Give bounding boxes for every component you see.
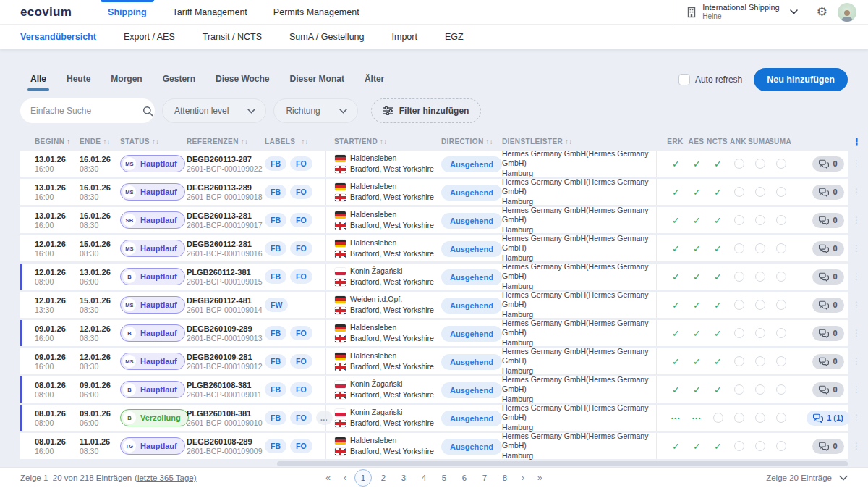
sub-nav-item-suma-gestellung[interactable]: SumA / Gestellung xyxy=(278,32,376,42)
column-header-aes[interactable]: AES xyxy=(686,138,707,146)
gear-icon[interactable]: ⚙ xyxy=(808,4,836,20)
pagination-page-3[interactable]: 3 xyxy=(395,469,412,487)
filter-tab-heute[interactable]: Heute xyxy=(56,70,101,91)
search-input[interactable] xyxy=(30,106,142,116)
column-header-direction[interactable]: DIRECTION↑↓ xyxy=(441,138,502,146)
table-row[interactable]: 09.01.2616:0012.01.2608:30MSHauptlaufDEG… xyxy=(20,348,848,374)
chat-button[interactable]: 0 xyxy=(812,185,843,200)
chat-button[interactable]: 0 xyxy=(812,354,843,369)
account-switcher[interactable]: International Shipping Heine xyxy=(676,0,807,24)
table-row[interactable]: 12.01.2608:0013.01.2606:00BHauptlaufPLGB… xyxy=(20,264,848,290)
chat-button[interactable]: 0 xyxy=(812,241,843,256)
filter-tab-dieser-monat[interactable]: Dieser Monat xyxy=(280,70,354,91)
pagination-page-7[interactable]: 7 xyxy=(476,469,493,487)
label-pill[interactable]: FB xyxy=(265,439,286,453)
page-size-select[interactable]: Zeige 20 Einträge xyxy=(766,474,848,482)
pagination-page-1[interactable]: 1 xyxy=(354,469,372,487)
label-pill[interactable]: FB xyxy=(265,354,286,369)
label-pill[interactable]: FO xyxy=(290,411,312,425)
status-badge[interactable]: BHauptlauf xyxy=(120,268,185,285)
pagination-page-5[interactable]: 5 xyxy=(435,469,453,487)
pagination-prev-button[interactable]: ‹ xyxy=(339,471,352,484)
column-header-ncts[interactable]: NCTS xyxy=(707,138,728,146)
column-header-erk[interactable]: ERK xyxy=(665,138,686,146)
filter-tab-gestern[interactable]: Gestern xyxy=(153,70,205,91)
status-badge[interactable]: MSHauptlauf xyxy=(120,155,185,172)
pagination-first-button[interactable]: « xyxy=(320,471,336,484)
chat-button[interactable]: 0 xyxy=(812,298,843,313)
column-header-status[interactable]: STATUS↑↓ xyxy=(120,138,187,146)
richtung-dropdown[interactable]: Richtung xyxy=(273,98,357,123)
pagination-page-2[interactable]: 2 xyxy=(375,469,392,487)
label-pill[interactable]: FO xyxy=(290,439,312,453)
table-row[interactable]: 08.01.2608:0009.01.2606:00BVerzollungPLG… xyxy=(20,405,848,431)
top-nav-item-permits-management[interactable]: Permits Management xyxy=(262,0,371,24)
status-badge[interactable]: MSHauptlauf xyxy=(120,296,185,314)
row-menu-kebab-icon[interactable]: ⋮ xyxy=(852,272,861,282)
label-pill[interactable]: FB xyxy=(265,156,286,171)
label-pill[interactable]: FB xyxy=(265,241,286,256)
table-row[interactable]: 12.01.2613:3015.01.2608:30MSHauptlaufDEG… xyxy=(20,292,848,318)
pagination-page-8[interactable]: 8 xyxy=(496,469,514,487)
label-pill[interactable]: FO xyxy=(290,156,312,171)
filter-tab-morgen[interactable]: Morgen xyxy=(101,70,152,91)
sub-nav-item-transit-ncts[interactable]: Transit / NCTS xyxy=(191,32,273,42)
column-header-ende[interactable]: ENDE↑↓ xyxy=(80,138,120,146)
column-header-referenzen[interactable]: REFERENZEN↑↓ xyxy=(187,138,265,146)
sub-nav-item-export-aes[interactable]: Export / AES xyxy=(112,32,187,42)
chat-button[interactable]: 0 xyxy=(812,269,843,285)
attention-level-dropdown[interactable]: Attention level xyxy=(162,98,266,123)
pagination-last-button[interactable]: » xyxy=(532,471,548,484)
last-365-days-link[interactable]: (letzte 365 Tage) xyxy=(135,474,196,482)
status-badge[interactable]: SBHauptlauf xyxy=(120,211,185,229)
add-filter-button[interactable]: Filter hinzufügen xyxy=(371,98,482,123)
filter-tab-alle[interactable]: Alle xyxy=(20,70,56,91)
column-header-startend[interactable]: START/END↑↓ xyxy=(326,138,441,146)
sub-nav-item-import[interactable]: Import xyxy=(380,32,429,42)
chat-button[interactable]: 0 xyxy=(812,382,843,397)
table-row[interactable]: 13.01.2616:0016.01.2608:30MSHauptlaufDEG… xyxy=(20,151,848,177)
table-row[interactable]: 08.01.2608:0009.01.2606:00BHauptlaufPLGB… xyxy=(20,376,848,403)
auto-refresh-checkbox[interactable] xyxy=(678,74,690,85)
row-menu-kebab-icon[interactable]: ⋮ xyxy=(852,356,861,366)
chat-button[interactable]: 0 xyxy=(812,439,843,454)
label-pill[interactable]: FO xyxy=(290,382,312,397)
label-pill[interactable]: FB xyxy=(265,382,286,397)
row-menu-kebab-icon[interactable]: ⋮ xyxy=(852,159,861,169)
status-badge[interactable]: MSHauptlauf xyxy=(120,183,185,201)
label-pill[interactable]: FB xyxy=(265,326,286,340)
label-pill[interactable]: FB xyxy=(265,185,286,199)
table-row[interactable]: 12.01.2616:0015.01.2608:30MSHauptlaufDEG… xyxy=(20,235,848,261)
chat-button[interactable]: 1 (1) xyxy=(807,411,850,426)
sub-nav-item-egz[interactable]: EGZ xyxy=(433,32,475,42)
status-badge[interactable]: TGHauptlauf xyxy=(120,437,185,455)
auto-refresh-toggle[interactable]: Auto refresh xyxy=(678,74,742,85)
filter-tab-älter[interactable]: Älter xyxy=(354,70,394,91)
column-header-dienstleister[interactable]: DIENSTLEISTER↑↓ xyxy=(502,138,656,146)
scrollbar-thumb[interactable] xyxy=(277,461,848,466)
sub-nav-item-versandübersicht[interactable]: Versandübersicht xyxy=(20,32,108,42)
column-header-ank[interactable]: ANK xyxy=(728,138,749,146)
column-header-beginn[interactable]: BEGINN↑ xyxy=(35,138,80,146)
status-badge[interactable]: MSHauptlauf xyxy=(120,353,185,370)
row-menu-kebab-icon[interactable]: ⋮ xyxy=(852,187,861,197)
avatar[interactable] xyxy=(838,3,856,22)
chat-button[interactable]: 0 xyxy=(812,156,843,172)
row-menu-kebab-icon[interactable]: ⋮ xyxy=(852,384,861,395)
column-header-suma-4[interactable]: SUMA xyxy=(749,138,770,146)
column-header-suma-5[interactable]: SUMA xyxy=(770,138,791,146)
label-pill[interactable]: FW xyxy=(265,298,288,312)
filter-tab-diese-woche[interactable]: Diese Woche xyxy=(205,70,279,91)
pagination-next-button[interactable]: › xyxy=(516,471,529,484)
column-header-labels[interactable]: LABELS↑↓ xyxy=(265,138,326,146)
table-row[interactable]: 08.01.2616:0011.01.2608:30TGHauptlaufDEG… xyxy=(20,433,848,459)
pagination-page-6[interactable]: 6 xyxy=(456,469,473,487)
table-row[interactable]: 09.01.2616:0012.01.2608:30BHauptlaufDEGB… xyxy=(20,320,848,346)
row-menu-kebab-icon[interactable]: ⋮ xyxy=(852,441,861,451)
label-pill[interactable]: FO xyxy=(290,213,312,227)
label-pill[interactable]: FB xyxy=(265,213,286,227)
label-pill[interactable]: FB xyxy=(265,269,286,284)
chat-button[interactable]: 0 xyxy=(812,326,843,341)
row-menu-kebab-icon[interactable]: ⋮ xyxy=(852,413,861,423)
label-pill[interactable]: FB xyxy=(265,411,286,425)
